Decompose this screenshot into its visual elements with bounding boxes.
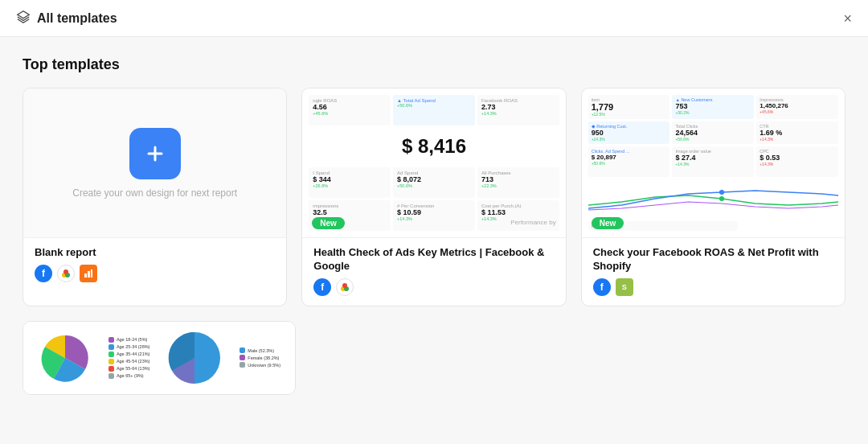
page-title: All templates <box>37 11 117 26</box>
blank-card-inner: Create your own design for next report <box>72 88 237 237</box>
pie-legend-left: Age 18-24 (5%) Age 25-34 (28%) Age 35-44… <box>108 337 150 379</box>
google-ads-icon-2 <box>336 278 354 296</box>
facebook-roas-card-name: Check your Facebook ROAS & Net Profit wi… <box>593 246 833 273</box>
blank-report-card[interactable]: Create your own design for next report B… <box>23 88 287 306</box>
facebook-roas-preview: item 1,779 +12.5% ▲ New Customers 753 +3… <box>582 88 845 237</box>
top-cards-row: Create your own design for next report B… <box>23 88 845 306</box>
health-check-icons: f <box>313 278 554 296</box>
health-check-card-name: Health Check of Ads Key Metrics | Facebo… <box>313 246 554 273</box>
bar-chart-icon <box>80 265 97 282</box>
main-body: Top templates Create your own design for… <box>0 37 868 444</box>
new-badge-2: New <box>592 217 624 229</box>
svg-rect-5 <box>91 269 92 278</box>
blank-card-footer: Blank report f <box>23 237 286 292</box>
svg-point-10 <box>719 196 724 201</box>
bottom-card-preview: Age 18-24 (5%) Age 25-34 (28%) Age 35-44… <box>23 322 295 394</box>
google-ads-icon <box>57 265 75 282</box>
plus-button-icon <box>129 128 181 179</box>
layers-icon <box>16 10 31 27</box>
facebook-icon: f <box>35 265 52 282</box>
shopify-icon: S <box>616 278 633 296</box>
health-check-preview: ogle ROAS 4.56 +45.6% ▲ Total Ad Spend +… <box>302 88 565 237</box>
facebook-roas-footer: Check your Facebook ROAS & Net Profit wi… <box>582 237 845 306</box>
facebook-icon-2: f <box>313 278 331 296</box>
pie-chart-right <box>166 329 223 387</box>
blank-card-name: Blank report <box>35 246 275 260</box>
bottom-card-1[interactable]: Age 18-24 (5%) Age 25-34 (28%) Age 35-44… <box>23 321 296 395</box>
svg-point-8 <box>342 283 347 288</box>
header: All templates × <box>0 0 868 37</box>
svg-rect-4 <box>88 271 90 278</box>
facebook-roas-card[interactable]: item 1,779 +12.5% ▲ New Customers 753 +3… <box>581 88 845 306</box>
header-left: All templates <box>16 10 117 27</box>
svg-point-2 <box>63 269 68 274</box>
health-check-footer: Health Check of Ads Key Metrics | Facebo… <box>302 237 565 306</box>
svg-rect-3 <box>84 273 87 278</box>
section-title: Top templates <box>23 56 845 73</box>
facebook-roas-icons: f S <box>593 278 833 296</box>
bottom-cards-row: Age 18-24 (5%) Age 25-34 (28%) Age 35-44… <box>23 321 845 395</box>
performance-by-label: Performance by <box>510 219 555 226</box>
pie-legend-right: Male (52.3%) Female (38.2%) Unknown (9.5… <box>240 347 280 368</box>
new-badge: New <box>312 217 345 229</box>
close-button[interactable]: × <box>843 11 852 26</box>
blank-card-preview: Create your own design for next report <box>23 88 286 237</box>
health-check-card[interactable]: ogle ROAS 4.56 +45.6% ▲ Total Ad Spend +… <box>301 88 566 306</box>
svg-point-9 <box>719 190 724 195</box>
blank-card-icons: f <box>35 265 275 282</box>
facebook-icon-3: f <box>593 278 611 296</box>
blank-card-description: Create your own design for next report <box>72 187 237 199</box>
pie-chart-left <box>38 331 92 385</box>
